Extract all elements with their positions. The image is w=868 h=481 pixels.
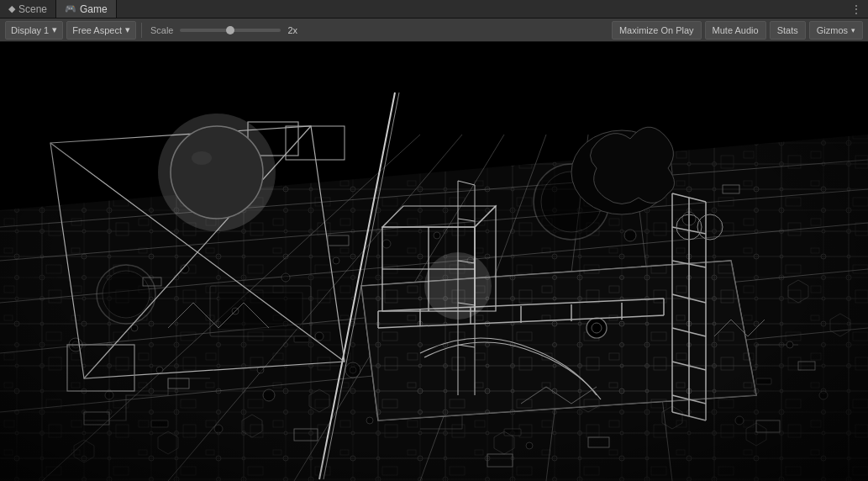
aspect-selector[interactable]: Free Aspect ▾ [66, 21, 136, 40]
viewport-canvas [0, 42, 868, 481]
stats-label: Stats [777, 25, 798, 35]
mute-label: Mute Audio [713, 25, 759, 35]
tab-game[interactable]: 🎮 Game [56, 0, 117, 18]
maximize-on-play-button[interactable]: Maximize On Play [612, 21, 702, 40]
tab-game-label: Game [80, 3, 108, 15]
display-chevron-icon: ▾ [52, 24, 57, 35]
aspect-chevron-icon: ▾ [125, 24, 130, 35]
tab-bar: ◆ Scene 🎮 Game ⋮ [0, 0, 868, 18]
stats-button[interactable]: Stats [770, 21, 806, 40]
scene-icon: ◆ [8, 3, 15, 14]
scale-slider[interactable] [180, 29, 281, 32]
gizmos-button[interactable]: Gizmos ▾ [809, 21, 863, 40]
game-icon: 🎮 [65, 3, 76, 14]
svg-rect-170 [0, 42, 868, 109]
scale-thumb[interactable] [226, 26, 234, 34]
game-viewport [0, 42, 868, 481]
mute-audio-button[interactable]: Mute Audio [705, 21, 766, 40]
gizmos-label: Gizmos [817, 25, 848, 35]
scene-render [0, 42, 868, 481]
gizmos-chevron-icon: ▾ [851, 26, 855, 34]
scale-value: 2x [287, 25, 297, 35]
toolbar: Display 1 ▾ Free Aspect ▾ Scale 2x Maxim… [0, 18, 868, 42]
display-selector[interactable]: Display 1 ▾ [5, 21, 63, 40]
scale-label: Scale [150, 25, 174, 35]
tab-scene-label: Scene [18, 3, 47, 15]
maximize-label: Maximize On Play [619, 25, 694, 35]
tab-more-button[interactable]: ⋮ [844, 0, 868, 18]
separator-1 [141, 23, 142, 38]
toolbar-right: Maximize On Play Mute Audio Stats Gizmos… [612, 21, 863, 40]
tab-scene[interactable]: ◆ Scene [0, 0, 56, 18]
display-label: Display 1 [11, 25, 49, 35]
aspect-label: Free Aspect [72, 25, 122, 35]
